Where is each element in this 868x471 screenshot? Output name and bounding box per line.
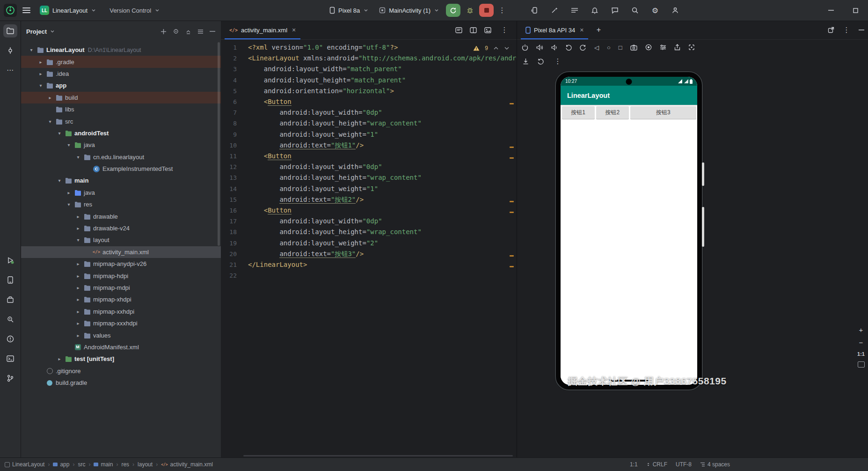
collapse-all-icon[interactable] <box>185 29 191 35</box>
maximize-window-icon[interactable] <box>843 0 868 21</box>
warning-stripe-mark[interactable] <box>510 157 514 159</box>
tree-chevron[interactable]: ▸ <box>74 333 82 338</box>
code-view-icon[interactable] <box>455 27 462 33</box>
tree-item[interactable]: ▾res <box>21 199 221 210</box>
tree-item[interactable]: ▾androidTest <box>21 127 221 139</box>
line-separator-widget[interactable]: CRLF <box>646 461 667 468</box>
warning-stripe-mark[interactable] <box>510 147 514 148</box>
tree-item[interactable]: ▸mipmap-xhdpi <box>21 294 221 305</box>
close-tab-icon[interactable]: × <box>580 26 584 34</box>
tree-chevron[interactable]: ▸ <box>46 95 54 100</box>
tree-item[interactable]: ▾layout <box>21 234 221 246</box>
project-scrollbar[interactable] <box>218 42 220 246</box>
rotate-right-icon[interactable] <box>580 44 586 51</box>
run-tool-icon[interactable] <box>3 254 17 267</box>
code-line[interactable]: 6 <Button <box>221 96 517 107</box>
volume-up-icon[interactable] <box>536 44 543 51</box>
chat-icon[interactable] <box>608 4 621 17</box>
main-menu-icon[interactable] <box>22 7 30 13</box>
run-configuration-selector[interactable]: MainActivity (1) <box>375 5 443 16</box>
tree-item[interactable]: build.gradle <box>21 377 221 389</box>
tree-item[interactable]: ▸values <box>21 329 221 341</box>
stop-button[interactable] <box>479 4 494 17</box>
code-line[interactable]: 2<LinearLayout xmlns:android="http://sch… <box>221 53 517 64</box>
tree-item[interactable]: ▾src <box>21 115 221 127</box>
build-tool-icon[interactable] <box>3 293 17 306</box>
tree-item[interactable]: .gitignore <box>21 365 221 377</box>
code-line[interactable]: 16 <Button <box>221 205 517 216</box>
breadcrumb-item[interactable]: main <box>94 461 113 468</box>
add-device-tab-icon[interactable]: + <box>593 26 604 34</box>
code-line[interactable]: 11 <Button <box>221 151 517 162</box>
android-button[interactable]: 按钮1 <box>562 106 595 119</box>
device-selector[interactable]: Pixel 8a <box>326 4 372 16</box>
device-mirroring-icon[interactable] <box>528 4 541 17</box>
split-view-icon[interactable] <box>470 27 477 33</box>
code-line[interactable]: 13 android:layout_height="wrap_content" <box>221 172 517 183</box>
power-icon[interactable] <box>522 44 528 51</box>
zoom-in-icon[interactable]: + <box>859 326 863 334</box>
problems-tool-icon[interactable] <box>3 332 17 346</box>
device-screen[interactable]: 10:27 LinearLayout 按钮1按钮2按钮3 <box>561 77 697 385</box>
previous-problem-icon[interactable] <box>493 46 499 50</box>
zoom-out-icon[interactable]: − <box>859 339 863 346</box>
tree-chevron[interactable]: ▾ <box>27 47 36 52</box>
editor-horizontal-scrollbar[interactable] <box>243 455 513 456</box>
breadcrumb-item[interactable]: src <box>78 461 85 468</box>
design-view-icon[interactable] <box>484 27 491 33</box>
device-tab-pixel-8a[interactable]: Pixel 8a API 34 × <box>521 21 588 39</box>
tree-item[interactable]: ▸.gradle <box>21 56 221 67</box>
breadcrumb-item[interactable]: res <box>121 461 129 468</box>
code-line[interactable]: 17 android:layout_width="0dp" <box>221 216 517 227</box>
screenshot-icon[interactable] <box>630 44 637 51</box>
gear-icon[interactable]: ⚙ <box>649 4 662 17</box>
tree-item[interactable]: ▸.idea <box>21 68 221 80</box>
code-line[interactable]: 19 android:layout_weight="2" <box>221 238 517 249</box>
search-icon[interactable] <box>628 4 642 17</box>
project-tool-icon[interactable] <box>3 24 17 37</box>
tree-chevron[interactable]: ▸ <box>55 356 64 361</box>
open-in-new-window-icon[interactable] <box>828 27 834 33</box>
notifications-icon[interactable] <box>588 4 601 17</box>
tree-item[interactable]: MAndroidManifest.xml <box>21 341 221 353</box>
tree-item[interactable]: ▾LinearLayout D:\An1\LinearLayout <box>21 44 221 56</box>
breadcrumb-item[interactable]: LinearLayout <box>5 461 44 468</box>
hide-panel-icon[interactable] <box>859 29 864 30</box>
breadcrumb-item[interactable]: app <box>53 461 69 468</box>
tree-item[interactable]: ▸mipmap-hdpi <box>21 270 221 281</box>
android-button[interactable]: 按钮2 <box>596 106 629 119</box>
more-run-actions-icon[interactable]: ⋮ <box>496 6 508 15</box>
code-line[interactable]: 21</LinearLayout> <box>221 259 517 270</box>
plus-icon[interactable] <box>160 29 167 35</box>
tree-chevron[interactable]: ▸ <box>74 273 82 279</box>
list-icon[interactable] <box>568 4 581 17</box>
record-screen-icon[interactable] <box>645 44 652 51</box>
file-encoding[interactable]: UTF-8 <box>676 461 692 468</box>
tree-item[interactable]: libs <box>21 103 221 115</box>
code-line[interactable]: 5 android:orientation="horizontal"> <box>221 86 517 96</box>
warning-stripe-mark[interactable] <box>510 212 514 213</box>
breadcrumb-item[interactable]: layout <box>138 461 153 468</box>
tree-item[interactable]: ▸mipmap-anydpi-v26 <box>21 258 221 270</box>
tree-item[interactable]: ▸build <box>21 92 221 103</box>
code-line[interactable]: 4 android:layout_height="match_parent" <box>221 75 517 86</box>
vcs-widget[interactable]: Version Control <box>106 5 164 16</box>
panel-options-icon[interactable]: ⋮ <box>841 26 852 34</box>
tree-chevron[interactable]: ▸ <box>74 285 82 290</box>
terminal-tool-icon[interactable] <box>3 352 17 365</box>
tree-item[interactable]: CExampleInstrumentedTest <box>21 163 221 175</box>
tree-item[interactable]: ▾java <box>21 139 221 151</box>
code-line[interactable]: 18 android:layout_height="wrap_content" <box>221 227 517 237</box>
editor-options-icon[interactable]: ⋮ <box>499 26 510 34</box>
inspections-widget[interactable]: 9 <box>471 44 512 52</box>
debug-button[interactable] <box>463 4 476 17</box>
android-button[interactable]: 按钮3 <box>630 106 696 119</box>
minimize-window-icon[interactable] <box>818 0 843 21</box>
rerun-button[interactable] <box>446 4 460 17</box>
editor-tab-activity-main[interactable]: </> activity_main.xml × <box>225 21 300 39</box>
warning-stripe-mark[interactable] <box>510 201 514 202</box>
code-line[interactable]: 12 android:layout_width="0dp" <box>221 162 517 172</box>
camera-icon[interactable] <box>688 44 695 51</box>
tree-item[interactable]: ▸drawable <box>21 210 221 222</box>
tree-item[interactable]: ▾main <box>21 175 221 186</box>
